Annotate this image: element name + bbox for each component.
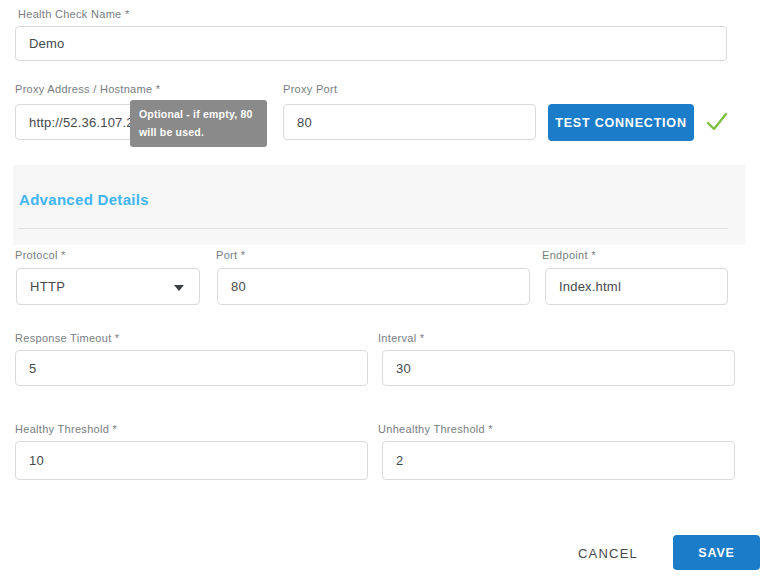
health-check-name-input[interactable] xyxy=(15,26,727,61)
advanced-details-heading: Advanced Details xyxy=(19,191,149,208)
connection-success-checkmark-icon xyxy=(703,108,731,136)
healthy-threshold-label: Healthy Threshold * xyxy=(15,423,117,435)
advanced-details-divider xyxy=(18,228,728,229)
save-button[interactable]: SAVE xyxy=(673,535,760,570)
interval-label: Interval * xyxy=(378,332,424,344)
response-timeout-label: Response Timeout * xyxy=(15,332,119,344)
healthy-threshold-input[interactable] xyxy=(15,441,368,480)
port-input[interactable] xyxy=(217,268,530,305)
health-check-name-label: Health Check Name * xyxy=(18,8,129,20)
cancel-button[interactable]: CANCEL xyxy=(578,543,638,563)
protocol-selected-value: HTTP xyxy=(30,279,65,294)
interval-input[interactable] xyxy=(382,350,735,386)
protocol-label: Protocol * xyxy=(15,249,66,261)
endpoint-label: Endpoint * xyxy=(542,249,596,261)
protocol-select[interactable]: HTTP xyxy=(16,268,200,305)
test-connection-button[interactable]: TEST CONNECTION xyxy=(548,104,694,141)
response-timeout-input[interactable] xyxy=(15,350,368,386)
proxy-address-label: Proxy Address / Hostname * xyxy=(15,83,160,95)
endpoint-input[interactable] xyxy=(545,268,728,305)
dropdown-arrow-icon xyxy=(174,285,184,291)
port-label: Port * xyxy=(216,249,245,261)
proxy-port-tooltip: Optional - if empty, 80 will be used. xyxy=(130,100,267,147)
unhealthy-threshold-input[interactable] xyxy=(382,441,735,480)
unhealthy-threshold-label: Unhealthy Threshold * xyxy=(378,423,493,435)
proxy-port-label: Proxy Port xyxy=(283,83,337,95)
proxy-port-input[interactable] xyxy=(283,104,536,140)
